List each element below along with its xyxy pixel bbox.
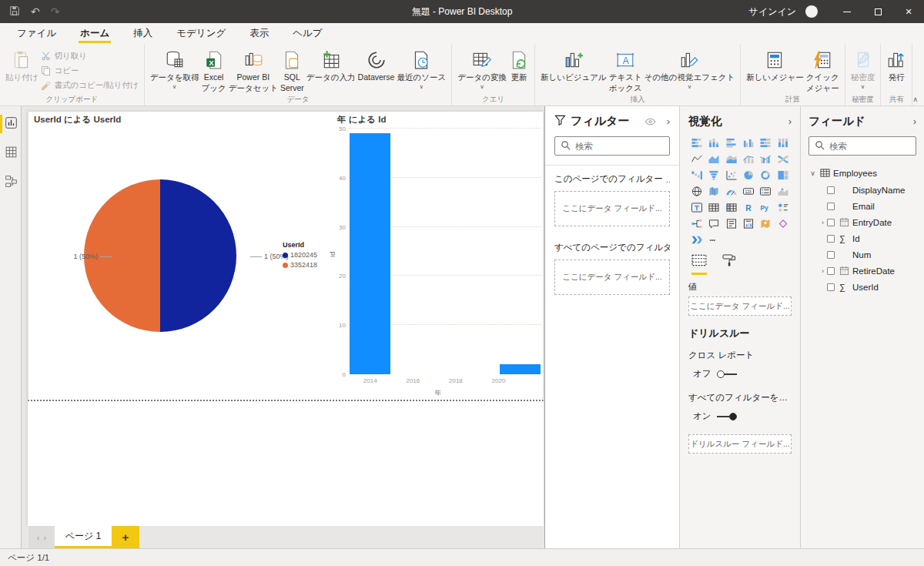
tab-home[interactable]: ホーム	[79, 23, 111, 44]
field-item-userid[interactable]: ∑UserId	[819, 279, 916, 295]
maximize-button[interactable]	[862, 0, 893, 23]
fields-search[interactable]	[808, 136, 916, 156]
metrics-icon[interactable]	[775, 217, 792, 230]
tab-view[interactable]: 表示	[248, 23, 270, 44]
minimize-button[interactable]	[832, 0, 862, 23]
excel-workbook-button[interactable]: X Excelブック	[201, 47, 226, 93]
scatter-icon[interactable]	[723, 169, 740, 182]
tab-modeling[interactable]: モデリング	[175, 23, 227, 44]
enter-data-button[interactable]: データの入力	[306, 47, 356, 82]
sql-server-button[interactable]: SQLServer	[280, 47, 304, 93]
qa-icon[interactable]	[705, 217, 722, 230]
key-influencers-icon[interactable]	[775, 201, 792, 214]
save-icon[interactable]	[9, 5, 20, 18]
filter-search[interactable]	[554, 136, 670, 156]
collapse-ribbon-icon[interactable]: ∧	[912, 95, 918, 103]
clustered-bar-icon[interactable]	[723, 136, 740, 149]
line-icon[interactable]	[688, 152, 705, 166]
ribbon-chart-icon[interactable]	[775, 152, 792, 166]
checkbox[interactable]	[827, 251, 835, 259]
slicer-icon[interactable]	[688, 201, 705, 214]
bar-chart-visual[interactable]: 年 による Id Id 010203040502014201620182020 …	[332, 112, 544, 400]
table-employees[interactable]: ∨ Employees	[808, 165, 916, 182]
clustered-column-icon[interactable]	[740, 136, 757, 149]
field-item-retiredate[interactable]: ›RetireDate	[819, 263, 916, 279]
decomposition-tree-icon[interactable]	[688, 217, 705, 230]
stacked-column-icon[interactable]	[705, 136, 722, 149]
field-item-displayname[interactable]: DisplayName	[819, 182, 916, 198]
stacked-bar-icon[interactable]	[688, 136, 705, 149]
close-button[interactable]: ✕	[893, 0, 924, 23]
quick-measure-button[interactable]: クイックメジャー	[806, 47, 839, 93]
multi-row-card-icon[interactable]	[757, 185, 774, 198]
keep-filters-toggle[interactable]: オン	[693, 410, 792, 422]
stacked-area-icon[interactable]	[723, 152, 740, 166]
bar-2014[interactable]	[350, 133, 390, 374]
report-page[interactable]: UserId による UserId 1 (50%) 1 (50%) UserId…	[28, 112, 544, 526]
collapse-pane-icon[interactable]: ›	[913, 116, 916, 127]
cross-report-toggle[interactable]: オフ	[693, 368, 792, 380]
pie-chart-visual[interactable]: UserId による UserId 1 (50%) 1 (50%) UserId…	[28, 112, 332, 400]
more-options-icon[interactable]: ...	[663, 175, 670, 184]
model-view-button[interactable]	[0, 171, 22, 194]
kpi-icon[interactable]	[775, 185, 792, 198]
report-view-button[interactable]	[0, 112, 22, 136]
page-filter-drop-zone[interactable]: ここにデータ フィールド...	[554, 191, 670, 226]
undo-icon[interactable]: ↶	[31, 6, 40, 17]
r-script-icon[interactable]: R	[740, 201, 757, 214]
waterfall-icon[interactable]	[688, 169, 705, 182]
card-icon[interactable]: 123	[740, 185, 757, 198]
refresh-button[interactable]: 更新	[509, 47, 529, 82]
map-icon[interactable]	[688, 185, 705, 198]
checkbox[interactable]	[827, 235, 835, 243]
checkbox[interactable]	[827, 186, 835, 194]
100-stacked-column-icon[interactable]	[775, 136, 792, 149]
page-tab-1[interactable]: ページ 1	[55, 526, 112, 548]
chevron-down-icon[interactable]: ∨	[808, 169, 817, 177]
field-item-email[interactable]: Email	[819, 198, 916, 214]
100-stacked-bar-icon[interactable]	[757, 136, 774, 149]
drillthrough-drop-zone[interactable]: ドリルスルー フィールド...	[688, 434, 792, 454]
get-data-button[interactable]: データを取得∨	[150, 47, 199, 91]
more-options-icon[interactable]: •••	[705, 233, 722, 246]
collapse-pane-icon[interactable]: ›	[667, 116, 670, 127]
smart-narrative-icon[interactable]	[723, 217, 740, 230]
paginated-report-icon[interactable]	[740, 217, 757, 230]
line-stacked-column-icon[interactable]	[740, 152, 757, 166]
arcgis-map-icon[interactable]	[757, 217, 774, 230]
publish-button[interactable]: 発行	[886, 47, 906, 82]
tab-file[interactable]: ファイル	[15, 23, 58, 44]
filter-search-input[interactable]	[575, 142, 664, 151]
values-drop-zone[interactable]: ここにデータ フィールド...	[688, 296, 792, 316]
checkbox[interactable]	[827, 219, 835, 226]
field-item-entrydate[interactable]: ›EntryDate	[819, 214, 916, 230]
chevron-right-icon[interactable]: ›	[819, 219, 827, 226]
donut-icon[interactable]	[757, 169, 774, 182]
field-item-id[interactable]: ∑Id	[819, 230, 916, 246]
funnel-icon[interactable]	[705, 169, 722, 182]
area-icon[interactable]	[705, 152, 722, 166]
power-automate-icon[interactable]	[688, 233, 705, 246]
table-icon[interactable]	[705, 201, 722, 214]
checkbox[interactable]	[827, 283, 835, 291]
powerbi-datasets-button[interactable]: Power BIデータセット	[229, 47, 278, 93]
format-tab[interactable]	[722, 254, 736, 275]
fields-tab[interactable]	[691, 254, 707, 275]
eye-icon[interactable]	[644, 118, 656, 126]
line-clustered-column-icon[interactable]	[757, 152, 774, 166]
new-visual-button[interactable]: 新しいビジュアル	[541, 47, 607, 82]
matrix-icon[interactable]	[723, 201, 740, 214]
fields-search-input[interactable]	[829, 142, 910, 151]
more-visuals-button[interactable]: その他の視覚エフェクト∨	[644, 47, 735, 91]
collapse-pane-icon[interactable]: ›	[788, 116, 792, 127]
text-box-button[interactable]: A テキストボックス	[609, 47, 642, 93]
filled-map-icon[interactable]	[705, 185, 722, 198]
chevron-right-icon[interactable]: ›	[819, 267, 827, 275]
add-page-button[interactable]: +	[112, 526, 139, 548]
pie-icon[interactable]	[740, 169, 757, 182]
new-measure-button[interactable]: 新しいメジャー	[746, 47, 804, 82]
python-icon[interactable]: Py	[757, 201, 774, 214]
treemap-icon[interactable]	[775, 169, 792, 182]
checkbox[interactable]	[827, 203, 835, 210]
avatar[interactable]	[805, 5, 818, 18]
